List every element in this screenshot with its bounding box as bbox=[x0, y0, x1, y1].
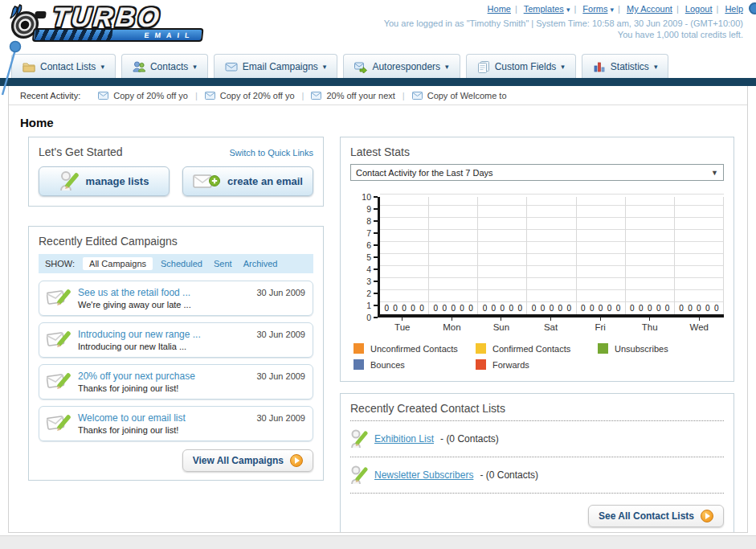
legend-label: Forwards bbox=[492, 360, 529, 370]
dotted-divider bbox=[350, 420, 724, 421]
x-axis-label: Fri bbox=[575, 318, 625, 332]
page-title: Home bbox=[20, 116, 747, 129]
tab-autoresponders[interactable]: Autoresponders▾ bbox=[343, 54, 460, 78]
bar-value-label: 0 bbox=[434, 304, 439, 313]
tab-label: Email Campaigns bbox=[243, 61, 318, 72]
link-my-account[interactable]: My Account bbox=[627, 4, 672, 14]
view-all-campaigns-button[interactable]: View All Campaigns bbox=[182, 449, 313, 472]
separator: | bbox=[195, 91, 198, 100]
campaign-row[interactable]: 20% off your next purchase Thanks for jo… bbox=[39, 364, 313, 399]
campaign-row[interactable]: Introducing our new range ... Introducin… bbox=[39, 322, 313, 358]
pages-icon bbox=[477, 60, 490, 73]
filter-sent[interactable]: Sent bbox=[214, 259, 232, 268]
campaign-title-link[interactable]: Introducing our new range ... bbox=[78, 329, 249, 341]
bar-value-label: 0 bbox=[639, 304, 644, 313]
y-axis-label: 3 bbox=[366, 277, 378, 285]
tab-custom-fields[interactable]: Custom Fields▾ bbox=[466, 54, 576, 78]
activity-text: Copy of Welcome to bbox=[427, 91, 507, 100]
x-axis-label: Wed bbox=[674, 318, 724, 332]
logo-subtitle: EMAIL bbox=[144, 31, 195, 39]
legend-item: Confirmed Contacts bbox=[476, 343, 598, 354]
chart-ylabels: 012345678910 bbox=[350, 197, 378, 321]
y-axis-label: 9 bbox=[366, 205, 378, 213]
y-axis-label: 7 bbox=[366, 229, 378, 237]
contacts-icon bbox=[133, 60, 145, 73]
filter-scheduled[interactable]: Scheduled bbox=[161, 259, 202, 268]
legend-item: Unsubscribes bbox=[598, 343, 720, 354]
legend-label: Confirmed Contacts bbox=[492, 344, 570, 354]
recent-activity-item[interactable]: Copy of 20% off yo bbox=[98, 91, 188, 100]
legend-swatch bbox=[476, 359, 486, 370]
envelope-icon bbox=[311, 92, 321, 100]
envelope-pencil-icon bbox=[47, 412, 71, 433]
person-pencil-icon bbox=[350, 428, 368, 449]
tab-email-campaigns[interactable]: Email Campaigns▾ bbox=[214, 54, 338, 78]
tab-contacts[interactable]: Contacts▾ bbox=[121, 54, 208, 78]
chart-group: 00000 bbox=[675, 197, 724, 314]
envelope-icon bbox=[205, 92, 215, 100]
link-home[interactable]: Home bbox=[488, 4, 511, 14]
legend-swatch bbox=[476, 343, 486, 354]
tab-contact-lists[interactable]: Contact Lists▾ bbox=[11, 54, 116, 78]
y-axis-label: 4 bbox=[366, 265, 378, 273]
contact-list-row[interactable]: Newsletter Subscribers - (0 Contacts) bbox=[350, 463, 724, 487]
recent-activity-item[interactable]: Copy of Welcome to bbox=[412, 91, 507, 100]
legend-item: Bounces bbox=[353, 359, 476, 370]
manage-lists-button[interactable]: manage lists bbox=[39, 166, 170, 196]
bar-value-label: 0 bbox=[648, 304, 652, 313]
y-axis-label: 10 bbox=[362, 193, 378, 201]
bar-value-label: 0 bbox=[509, 304, 513, 313]
see-all-contact-lists-button[interactable]: See All Contact Lists bbox=[588, 505, 724, 527]
tab-statistics[interactable]: Statistics▾ bbox=[582, 54, 669, 78]
link-logout[interactable]: Logout bbox=[685, 4, 713, 14]
button-label: manage lists bbox=[86, 175, 149, 187]
legend-item: Unconfirmed Contacts bbox=[353, 343, 476, 354]
campaign-row[interactable]: Welcome to our email list Thanks for joi… bbox=[39, 406, 313, 441]
envelope-icon bbox=[98, 92, 108, 100]
contact-list-link[interactable]: Newsletter Subscribers bbox=[374, 469, 473, 481]
contact-list-row[interactable]: Exhibition List - (0 Contacts) bbox=[350, 427, 724, 451]
campaign-subtitle: Thanks for joining our list! bbox=[78, 383, 249, 394]
dropdown-arrow-icon: ▾ bbox=[323, 63, 327, 71]
y-axis-label: 1 bbox=[366, 301, 378, 309]
folder-icon bbox=[22, 60, 35, 73]
person-pencil-icon bbox=[59, 170, 79, 192]
bar-chart-icon bbox=[593, 60, 606, 73]
contact-lists-title: Recently Created Contact Lists bbox=[350, 402, 724, 415]
campaign-title-link[interactable]: Welcome to our email list bbox=[78, 412, 249, 424]
stats-period-select[interactable]: Contact Activity for the Last 7 Days ▼ bbox=[350, 164, 724, 181]
recent-activity-item[interactable]: Copy of 20% off yo bbox=[205, 91, 295, 100]
envelope-pencil-icon bbox=[47, 371, 71, 391]
link-help[interactable]: Help bbox=[725, 4, 743, 14]
campaign-title-link[interactable]: See us at the retail food ... bbox=[78, 287, 249, 299]
dropdown-arrow-icon: ▾ bbox=[561, 63, 565, 71]
recent-campaigns-panel: Recently Edited Campaigns SHOW: All Camp… bbox=[28, 226, 324, 481]
x-axis-label: Thu bbox=[625, 318, 675, 332]
recent-activity-item[interactable]: 20% off your next bbox=[311, 91, 394, 100]
campaign-row[interactable]: See us at the retail food ... We're givi… bbox=[39, 281, 313, 316]
link-forms[interactable]: Forms bbox=[582, 4, 607, 14]
envelope-icon bbox=[225, 60, 238, 73]
bar-value-label: 0 bbox=[714, 304, 719, 313]
tab-label: Statistics bbox=[611, 61, 649, 72]
y-axis-label: 6 bbox=[366, 241, 378, 249]
bar-value-label: 0 bbox=[501, 304, 505, 313]
link-templates[interactable]: Templates bbox=[524, 4, 564, 14]
bar-value-label: 0 bbox=[402, 304, 407, 313]
recent-activity-label: Recent Activity: bbox=[20, 91, 80, 100]
button-label: See All Contact Lists bbox=[599, 510, 694, 522]
contact-list-link[interactable]: Exhibition List bbox=[374, 433, 434, 445]
switch-quick-links-link[interactable]: Switch to Quick Links bbox=[229, 148, 313, 158]
campaign-title-link[interactable]: 20% off your next purchase bbox=[78, 371, 249, 383]
login-info: You are logged in as "Timothy Smith" | S… bbox=[384, 18, 743, 40]
bar-value-label: 0 bbox=[630, 304, 635, 313]
dropdown-arrow-icon: ▾ bbox=[100, 63, 104, 71]
bar-value-label: 0 bbox=[679, 304, 684, 313]
latest-stats-panel: Latest Stats Contact Activity for the La… bbox=[340, 137, 734, 382]
filter-archived[interactable]: Archived bbox=[243, 259, 278, 268]
create-email-button[interactable]: create an email bbox=[182, 166, 313, 196]
bar-value-label: 0 bbox=[558, 304, 563, 313]
campaign-date: 30 Jun 2009 bbox=[256, 371, 305, 381]
filter-all-campaigns[interactable]: All Campaigns bbox=[83, 257, 153, 270]
separator: | bbox=[716, 4, 718, 14]
